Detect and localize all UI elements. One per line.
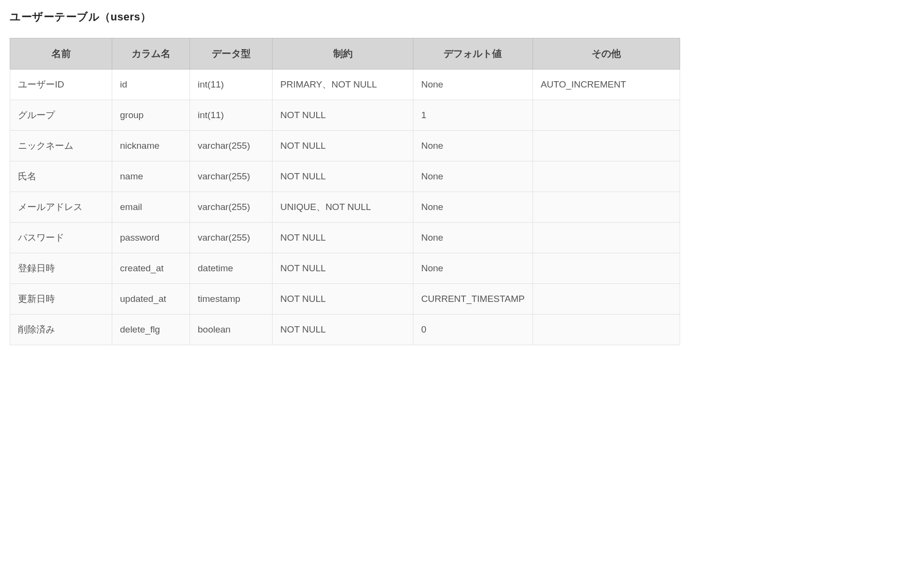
cell-other [532,131,680,161]
cell-other [532,253,680,284]
cell-name: パスワード [10,223,112,253]
cell-type: int(11) [190,100,273,131]
header-default: デフォルト値 [413,38,533,70]
cell-type: varchar(255) [190,223,273,253]
header-name: 名前 [10,38,112,70]
cell-default: None [413,131,533,161]
cell-column: updated_at [112,284,190,315]
table-row: メールアドレスemailvarchar(255)UNIQUE、NOT NULLN… [10,192,680,223]
cell-other [532,315,680,345]
cell-other [532,223,680,253]
cell-constraint: NOT NULL [273,315,413,345]
cell-type: int(11) [190,70,273,100]
cell-type: boolean [190,315,273,345]
table-row: グループgroupint(11)NOT NULL1 [10,100,680,131]
cell-default: CURRENT_TIMESTAMP [413,284,533,315]
cell-other [532,284,680,315]
table-header-row: 名前 カラム名 データ型 制約 デフォルト値 その他 [10,38,680,70]
table-row: 削除済みdelete_flgbooleanNOT NULL0 [10,315,680,345]
cell-name: ニックネーム [10,131,112,161]
cell-name: 削除済み [10,315,112,345]
table-title: ユーザーテーブル（users） [10,10,914,24]
cell-name: 氏名 [10,161,112,192]
cell-constraint: NOT NULL [273,161,413,192]
table-row: ニックネームnicknamevarchar(255)NOT NULLNone [10,131,680,161]
cell-other [532,192,680,223]
cell-name: グループ [10,100,112,131]
cell-other: AUTO_INCREMENT [532,70,680,100]
table-row: パスワードpasswordvarchar(255)NOT NULLNone [10,223,680,253]
cell-default: None [413,223,533,253]
cell-default: None [413,70,533,100]
cell-constraint: NOT NULL [273,131,413,161]
cell-type: varchar(255) [190,161,273,192]
users-schema-table: 名前 カラム名 データ型 制約 デフォルト値 その他 ユーザーIDidint(1… [10,38,680,345]
header-column: カラム名 [112,38,190,70]
table-row: 更新日時updated_attimestampNOT NULLCURRENT_T… [10,284,680,315]
cell-name: メールアドレス [10,192,112,223]
cell-default: 0 [413,315,533,345]
table-row: 登録日時created_atdatetimeNOT NULLNone [10,253,680,284]
header-type: データ型 [190,38,273,70]
table-row: 氏名namevarchar(255)NOT NULLNone [10,161,680,192]
cell-other [532,161,680,192]
cell-column: delete_flg [112,315,190,345]
cell-name: 登録日時 [10,253,112,284]
cell-default: 1 [413,100,533,131]
cell-name: ユーザーID [10,70,112,100]
cell-constraint: NOT NULL [273,253,413,284]
header-constraint: 制約 [273,38,413,70]
cell-default: None [413,161,533,192]
cell-constraint: NOT NULL [273,284,413,315]
cell-type: timestamp [190,284,273,315]
cell-column: created_at [112,253,190,284]
cell-column: email [112,192,190,223]
cell-name: 更新日時 [10,284,112,315]
cell-column: nickname [112,131,190,161]
cell-constraint: UNIQUE、NOT NULL [273,192,413,223]
cell-column: id [112,70,190,100]
cell-constraint: PRIMARY、NOT NULL [273,70,413,100]
cell-default: None [413,253,533,284]
cell-default: None [413,192,533,223]
table-row: ユーザーIDidint(11)PRIMARY、NOT NULLNoneAUTO_… [10,70,680,100]
cell-constraint: NOT NULL [273,100,413,131]
cell-column: password [112,223,190,253]
cell-column: name [112,161,190,192]
cell-type: datetime [190,253,273,284]
cell-type: varchar(255) [190,131,273,161]
cell-type: varchar(255) [190,192,273,223]
header-other: その他 [532,38,680,70]
cell-other [532,100,680,131]
cell-column: group [112,100,190,131]
cell-constraint: NOT NULL [273,223,413,253]
